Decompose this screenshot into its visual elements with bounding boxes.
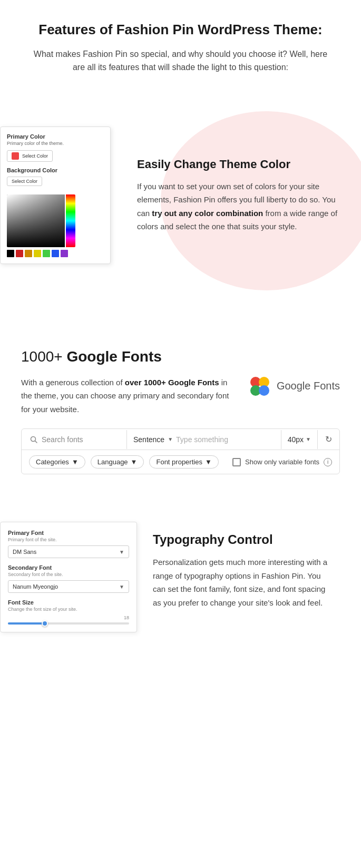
typography-section-text: Typography Control Personalization gets …	[148, 522, 345, 620]
fonts-title-bold: Google Fonts	[66, 348, 161, 365]
swatch-red[interactable]	[16, 250, 23, 257]
primary-font-sublabel: Primary font of the site.	[8, 537, 129, 542]
size-dropdown-arrow[interactable]: ▼	[306, 436, 311, 442]
fonts-content: With a generous collection of over 1000+…	[21, 376, 340, 416]
fonts-desc-para: With a generous collection of over 1000+…	[21, 376, 233, 416]
show-variable-container: Show only variable fonts i	[232, 458, 332, 466]
color-swatches	[7, 250, 104, 257]
secondary-font-select[interactable]: Nanum Myeongjo ▼	[8, 580, 129, 593]
select-color-label: Select Color	[22, 153, 48, 159]
show-variable-checkbox[interactable]	[232, 458, 241, 466]
sentence-box[interactable]: Sentence ▼ Type something	[127, 430, 281, 449]
color-swatch-preview	[12, 152, 19, 160]
slider-value: 18	[124, 615, 129, 620]
swatch-blue[interactable]	[52, 250, 59, 257]
font-properties-filter[interactable]: Font properties ▼	[149, 455, 218, 469]
font-size-value: 40px	[288, 435, 304, 444]
primary-font-label: Primary Font	[8, 530, 129, 536]
primary-font-select[interactable]: DM Sans ▼	[8, 545, 129, 558]
slider-label-row: 18	[8, 615, 129, 620]
font-size-slider-container: 18	[8, 615, 129, 625]
primary-color-sublabel: Primary color of the theme.	[7, 141, 104, 146]
color-section-text: Easily Change Theme Color If you want to…	[126, 147, 361, 244]
swatch-yellow[interactable]	[34, 250, 41, 257]
font-search-ui[interactable]: Search fonts Sentence ▼ Type something 4…	[21, 428, 340, 474]
size-box[interactable]: 40px ▼	[281, 430, 318, 449]
font-filter-row: Categories ▼ Language ▼ Font properties …	[22, 450, 339, 474]
language-arrow: ▼	[131, 458, 138, 466]
color-mockup: Primary Color Primary color of the theme…	[0, 126, 126, 264]
font-properties-arrow: ▼	[205, 458, 212, 466]
slider-thumb[interactable]	[42, 620, 48, 627]
fonts-header: 1000+ Google Fonts	[21, 348, 340, 365]
fonts-title: 1000+ Google Fonts	[21, 348, 340, 365]
fonts-desc-bold: over 1000+ Google Fonts	[125, 378, 219, 387]
color-desc-bold: try out any color combination	[152, 209, 263, 218]
google-fonts-logo: Google Fonts	[249, 376, 340, 397]
font-search-row: Search fonts Sentence ▼ Type something 4…	[22, 429, 339, 450]
svg-line-5	[35, 441, 37, 443]
fonts-description: With a generous collection of over 1000+…	[21, 376, 233, 416]
swatch-green[interactable]	[43, 250, 50, 257]
font-properties-label: Font properties	[156, 458, 202, 466]
typography-mockup: Primary Font Primary font of the site. D…	[0, 522, 137, 632]
color-section-description: If you want to set your own set of color…	[137, 180, 345, 233]
show-variable-label: Show only variable fonts	[245, 458, 319, 466]
language-filter[interactable]: Language ▼	[91, 455, 144, 469]
swatch-purple[interactable]	[61, 250, 68, 257]
color-picker-widget[interactable]	[7, 194, 75, 247]
fonts-title-prefix: 1000+	[21, 348, 66, 365]
google-fonts-label: Google Fonts	[277, 380, 340, 392]
slider-track[interactable]	[8, 622, 129, 625]
color-change-section: Primary Color Primary color of the theme…	[0, 101, 361, 301]
svg-point-3	[259, 385, 269, 396]
typography-section: Primary Font Primary font of the site. D…	[0, 501, 361, 654]
swatch-black[interactable]	[7, 250, 14, 257]
language-label: Language	[97, 458, 128, 466]
secondary-font-value: Nanum Myeongjo	[13, 583, 58, 590]
primary-color-label: Primary Color	[7, 133, 104, 140]
search-fonts-label: Search fonts	[42, 435, 83, 444]
search-box[interactable]: Search fonts	[22, 430, 127, 449]
swatch-orange[interactable]	[25, 250, 32, 257]
google-fonts-section: 1000+ Google Fonts With a generous colle…	[0, 322, 361, 491]
secondary-font-label: Secondary Font	[8, 564, 129, 571]
select-bg-color-label: Select Color	[12, 179, 37, 184]
type-something-placeholder[interactable]: Type something	[176, 435, 275, 444]
categories-filter[interactable]: Categories ▼	[29, 455, 85, 469]
primary-font-value: DM Sans	[13, 549, 36, 555]
color-mockup-inner: Primary Color Primary color of the theme…	[0, 126, 111, 264]
typography-mockup-inner: Primary Font Primary font of the site. D…	[0, 522, 137, 632]
info-icon[interactable]: i	[324, 458, 332, 466]
refresh-button[interactable]: ↻	[318, 429, 339, 450]
color-section-title: Easily Change Theme Color	[137, 158, 345, 171]
google-fonts-icon	[249, 376, 270, 397]
typography-description: Personalization gets much more interesti…	[153, 555, 329, 609]
font-size-sublabel: Change the font size of your site.	[8, 607, 129, 612]
secondary-font-sublabel: Secondary font of the site.	[8, 572, 129, 577]
fonts-desc-part1: With a generous collection of	[21, 378, 125, 387]
categories-arrow: ▼	[72, 458, 79, 466]
slider-fill	[8, 622, 44, 625]
bg-color-label: Background Color	[7, 167, 104, 173]
select-color-btn-bg[interactable]: Select Color	[7, 177, 42, 186]
page-description: What makes Fashion Pin so special, and w…	[32, 47, 329, 74]
select-color-btn-primary[interactable]: Select Color	[7, 150, 53, 162]
header-section: Features of Fashion Pin WordPress Theme:…	[0, 0, 361, 85]
primary-font-arrow: ▼	[119, 549, 124, 555]
search-icon	[30, 436, 37, 443]
sentence-dropdown-arrow[interactable]: ▼	[168, 436, 173, 442]
page-title: Features of Fashion Pin WordPress Theme:	[32, 21, 329, 39]
categories-label: Categories	[36, 458, 69, 466]
font-size-label: Font Size	[8, 599, 129, 606]
sentence-label: Sentence	[133, 435, 164, 444]
typography-title: Typography Control	[153, 532, 329, 547]
secondary-font-arrow: ▼	[119, 584, 124, 590]
